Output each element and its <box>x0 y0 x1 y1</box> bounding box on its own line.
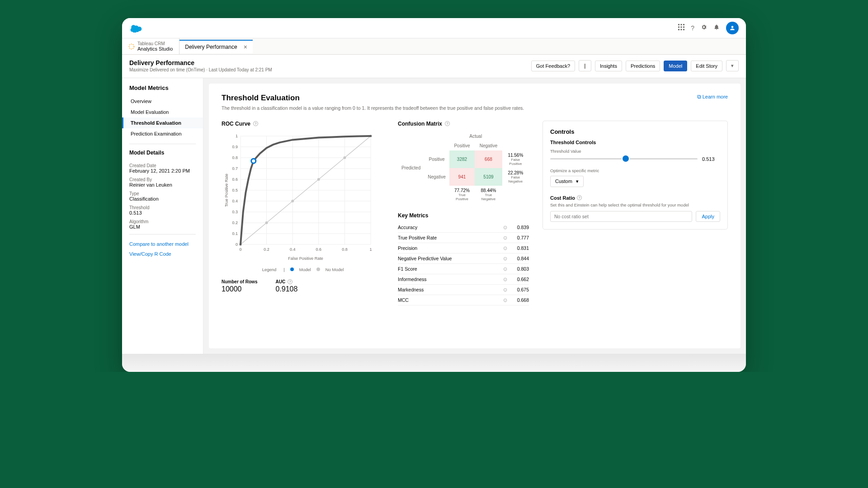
metric-row: F1 Score⊙0.803 <box>398 263 529 274</box>
slider-thumb[interactable] <box>623 155 629 162</box>
insights-button[interactable]: Insights <box>595 61 622 71</box>
svg-point-45 <box>265 221 268 224</box>
svg-text:1: 1 <box>369 247 372 252</box>
svg-text:False Positive Rate: False Positive Rate <box>288 256 323 261</box>
sidebar-item-prediction-examination[interactable]: Prediction Examination <box>122 128 203 139</box>
help-icon[interactable]: ? <box>691 24 694 32</box>
svg-rect-3 <box>678 27 679 28</box>
metric-row: Markedness⊙0.675 <box>398 284 529 295</box>
svg-rect-4 <box>681 27 682 28</box>
tab-delivery-performance[interactable]: Delivery Performance × <box>179 40 253 53</box>
metric-row: MCC⊙0.668 <box>398 295 529 305</box>
compare-model-link[interactable]: Compare to another model <box>122 239 203 249</box>
info-icon[interactable]: ⊙ <box>496 263 507 274</box>
svg-text:0.8: 0.8 <box>342 247 348 252</box>
svg-rect-0 <box>678 24 679 25</box>
content-title: Threshold Evaluation <box>222 94 300 103</box>
edit-story-button[interactable]: Edit Story <box>691 61 722 71</box>
view-r-code-link[interactable]: View/Copy R Code <box>122 249 203 259</box>
model-button[interactable]: Model <box>664 61 687 71</box>
metric-name: Precision <box>398 243 496 253</box>
learn-more-link[interactable]: ⧉ Learn more <box>697 94 728 100</box>
svg-rect-6 <box>678 29 679 30</box>
feedback-button[interactable]: Got Feedback? <box>531 61 575 71</box>
metric-value: 0.662 <box>507 274 529 284</box>
svg-point-47 <box>317 178 320 181</box>
page-subtitle: Maximize Delivered on time (OnTime) · La… <box>129 67 272 72</box>
optimize-dropdown[interactable]: Custom ▾ <box>550 176 584 187</box>
roc-chart: 00.10.20.30.40.50.60.70.80.9100.20.40.60… <box>222 131 384 264</box>
svg-text:0.2: 0.2 <box>232 221 238 225</box>
metric-value: 0.844 <box>507 253 529 263</box>
metric-row: True Positive Rate⊙0.777 <box>398 232 529 243</box>
chevron-down-icon: ▾ <box>576 178 579 184</box>
metric-row: Accuracy⊙0.839 <box>398 222 529 233</box>
sidebar-item-model-evaluation[interactable]: Model Evaluation <box>122 107 203 117</box>
rows-value: 10000 <box>222 285 257 293</box>
apply-button[interactable]: Apply <box>696 211 720 222</box>
svg-text:0: 0 <box>239 247 241 252</box>
svg-rect-7 <box>681 29 682 30</box>
info-icon[interactable]: ⊙ <box>496 274 507 284</box>
rows-label: Number of Rows <box>222 279 257 284</box>
notifications-icon[interactable] <box>713 24 720 32</box>
info-icon[interactable]: ? <box>445 121 450 126</box>
svg-text:1: 1 <box>236 134 238 138</box>
app-tab[interactable]: Tableau CRM Analytics Studio <box>122 38 179 54</box>
svg-point-48 <box>343 156 346 159</box>
info-icon[interactable]: ⊙ <box>496 295 507 305</box>
close-icon[interactable]: × <box>244 43 247 51</box>
metric-row: Precision⊙0.831 <box>398 243 529 253</box>
controls-panel: Controls Threshold Controls Threshold Va… <box>542 121 728 230</box>
info-icon[interactable]: ? <box>577 195 582 200</box>
info-icon[interactable]: ⊙ <box>496 222 507 233</box>
svg-point-50 <box>251 159 256 163</box>
auc-value: 0.9108 <box>275 285 297 293</box>
sidebar-item-overview[interactable]: Overview <box>122 96 203 107</box>
user-avatar[interactable] <box>726 22 739 34</box>
metric-name: Negative Predictive Value <box>398 253 496 263</box>
apps-icon[interactable] <box>678 24 684 32</box>
app-subbrand: Analytics Studio <box>137 46 173 52</box>
key-metrics-table: Accuracy⊙0.839True Positive Rate⊙0.777Pr… <box>398 222 529 305</box>
predictions-button[interactable]: Predictions <box>626 61 660 71</box>
info-icon[interactable]: ⊙ <box>496 232 507 243</box>
optimize-label: Optimize a specific metric <box>550 168 720 173</box>
metric-name: F1 Score <box>398 263 496 274</box>
pause-button[interactable]: ‖ <box>579 60 591 71</box>
cost-ratio-input[interactable] <box>550 211 692 222</box>
story-menu-button[interactable]: ▾ <box>726 60 739 71</box>
cost-ratio-desc: Set this and Einstein can help select th… <box>550 202 720 207</box>
sidebar-title: Model Metrics <box>122 84 203 96</box>
confusion-matrix: Actual PositiveNegative Predicted Positi… <box>398 131 529 203</box>
sidebar: Model Metrics OverviewModel EvaluationTh… <box>122 78 203 354</box>
analytics-studio-icon <box>128 43 135 50</box>
content-description: The threshold in a classification model … <box>222 105 728 112</box>
metric-value: 0.777 <box>507 232 529 243</box>
metric-name: Accuracy <box>398 222 496 233</box>
svg-text:0: 0 <box>236 242 238 247</box>
metric-row: Negative Predictive Value⊙0.844 <box>398 253 529 263</box>
threshold-value: 0.513 <box>129 210 196 216</box>
app-brand: Tableau CRM <box>137 41 173 46</box>
info-icon[interactable]: ⊙ <box>496 243 507 253</box>
info-icon[interactable]: ⊙ <box>496 253 507 263</box>
controls-title: Controls <box>550 128 720 135</box>
svg-text:True Positive Rate: True Positive Rate <box>224 174 229 207</box>
threshold-slider[interactable] <box>550 158 698 160</box>
info-icon[interactable]: ⊙ <box>496 284 507 295</box>
page-title: Delivery Performance <box>129 59 272 66</box>
metric-name: True Positive Rate <box>398 232 496 243</box>
global-header: ? <box>122 18 746 38</box>
metric-row: Informedness⊙0.662 <box>398 274 529 284</box>
tabs-row: Tableau CRM Analytics Studio Delivery Pe… <box>122 38 746 55</box>
auc-label: AUC? <box>275 279 297 284</box>
sidebar-item-threshold-evaluation[interactable]: Threshold Evaluation <box>122 117 203 128</box>
salesforce-logo-icon <box>129 23 142 33</box>
info-icon[interactable]: ? <box>288 279 292 284</box>
settings-icon[interactable] <box>701 24 707 32</box>
svg-text:0.9: 0.9 <box>232 145 238 149</box>
key-metrics-title: Key Metrics <box>398 212 529 219</box>
info-icon[interactable]: ? <box>253 121 258 126</box>
roc-legend: Legend | Model No Model <box>222 267 384 272</box>
